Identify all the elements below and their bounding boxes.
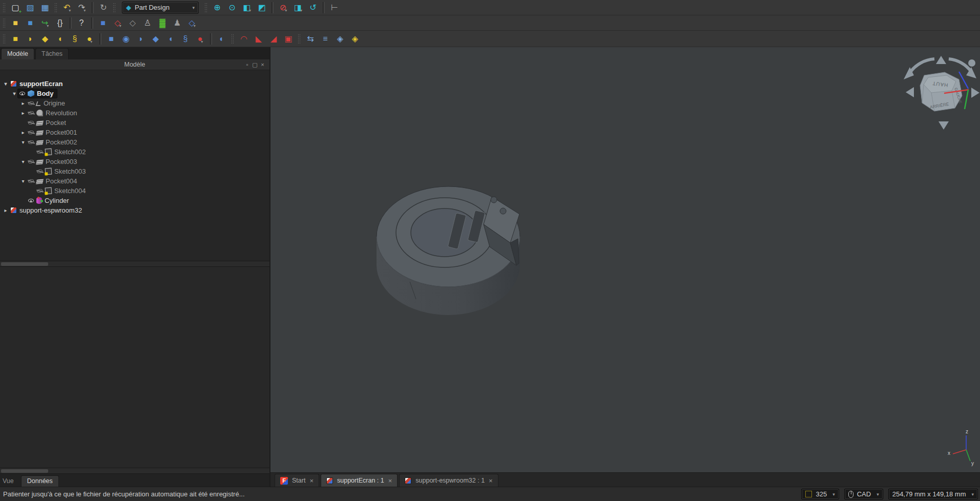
chevron-down-icon[interactable]: ▾ [249,8,251,14]
tree-expander-icon[interactable]: ▸ [19,100,27,106]
expression-icon[interactable]: {} [53,16,67,30]
toolbar-grip[interactable] [3,3,6,13]
sync-view-icon[interactable]: ◩ [255,1,268,14]
toolbar-grip[interactable] [3,34,6,44]
toolbar-grip[interactable] [54,3,58,13]
tree-item-Pocket002[interactable]: ▾Pocket002 [0,137,269,147]
tree-expander-icon[interactable]: ▾ [19,139,27,145]
appearance-icon[interactable]: ♙ [141,16,154,30]
chevron-down-icon[interactable]: ▾ [90,39,92,46]
fit-selection-icon[interactable]: ⊙ [225,1,239,14]
pad-icon[interactable]: ■ [9,32,22,46]
tree-expander-icon[interactable]: ▸ [19,130,27,135]
validate-sketch-icon[interactable]: ◇▾ [185,16,199,30]
mdi-tab-support-espwroom32-1[interactable]: support-espwroom32 : 1× [399,474,498,487]
subtractive-pipe-icon[interactable]: ◖ [164,32,177,46]
mirrored-icon[interactable]: ⇆ [304,32,317,46]
tree-item-Origine[interactable]: ▸Origine [0,98,269,108]
fit-all-icon[interactable]: ⊕ [211,1,224,14]
create-group-icon[interactable]: ■ [24,16,37,30]
revolution-icon[interactable]: ◗ [24,32,37,46]
whats-this-icon[interactable]: ? [75,16,88,30]
undo-icon[interactable]: ↶▾ [60,1,74,14]
tree-expander-icon[interactable]: ▾ [2,81,9,87]
3d-viewport[interactable]: HAUT ARRIÈRE GAUCHE z x y FStart×suppor [270,47,980,487]
refresh-icon[interactable]: ↻ [97,1,110,14]
tree-item-Body[interactable]: ▾Body [0,89,269,98]
model-supportEcran[interactable] [363,165,537,329]
tree-item-Sketch002[interactable]: Sketch002 [0,147,269,157]
workbench-selector[interactable]: ◆ Part Design ▾ [122,2,199,14]
hole-icon[interactable]: ◉ [119,32,133,46]
part-feature-icon[interactable]: ■ [96,16,110,30]
subtractive-helix-icon[interactable]: § [179,32,192,46]
panel-close-button[interactable]: × [259,61,266,68]
tab-t-ches[interactable]: Tâches [35,48,69,59]
tree-expander-icon[interactable]: ▸ [19,110,27,116]
measure-icon[interactable]: ⊢ [328,1,341,14]
open-document-icon[interactable]: ▨ [24,1,37,14]
tab-mod-le[interactable]: Modèle [1,48,34,59]
make-link-icon[interactable]: ↪▾ [38,16,52,30]
tree-expander-icon[interactable]: ▾ [19,178,27,184]
tree-item-counter[interactable]: 325 ▾ [801,489,839,499]
tree-expander-icon[interactable]: ▾ [11,91,18,96]
groove-icon[interactable]: ◗ [134,32,148,46]
navigation-style-selector[interactable]: CAD ▾ [844,489,883,499]
fillet-icon[interactable]: ◠ [237,32,251,46]
save-icon[interactable]: ▦ [38,1,52,14]
tree-item-Pocket003[interactable]: ▾Pocket003 [0,157,269,166]
chevron-down-icon[interactable]: ▾ [47,24,49,30]
chevron-down-icon[interactable]: ▾ [194,24,196,30]
tree-item-supportEcran[interactable]: ▾supportEcran [0,79,269,89]
chevron-down-icon[interactable]: ▾ [119,24,121,30]
linear-pattern-icon[interactable]: ≡ [319,32,332,46]
create-part-icon[interactable]: ■ [9,16,22,30]
chevron-down-icon[interactable]: ▾ [69,8,71,14]
tree-item-Pocket001[interactable]: ▸Pocket001 [0,128,269,137]
new-document-icon[interactable]: ▢+ [9,1,22,14]
tree-item-Revolution[interactable]: ▸Revolution [0,108,269,118]
chevron-down-icon[interactable]: ▾ [300,8,302,14]
tree-item-Pocket004[interactable]: ▾Pocket004 [0,176,269,186]
tree-expander-icon[interactable]: ▸ [2,207,9,213]
navigation-cube[interactable]: HAUT ARRIÈRE GAUCHE [891,49,980,136]
subtractive-primitive-icon[interactable]: ●▾ [194,32,207,46]
tree-item-Cylinder[interactable]: Cylinder [0,196,269,205]
chevron-down-icon[interactable]: ▾ [201,39,203,46]
close-icon[interactable]: × [309,477,314,485]
tree-item-Sketch003[interactable]: Sketch003 [0,166,269,176]
selection-view-icon[interactable]: ◨▾ [291,1,305,14]
mdi-tab-start[interactable]: FStart× [275,474,319,487]
property-horizontal-scrollbar[interactable] [0,468,269,474]
draft-icon[interactable]: ◢ [267,32,280,46]
map-sketch-icon[interactable]: ◇ [126,16,139,30]
draw-style-icon[interactable]: ⊘▾ [277,1,290,14]
close-icon[interactable]: × [489,477,493,485]
toolbar-grip[interactable] [231,34,235,44]
tree-item-support-espwroom32[interactable]: ▸support-espwroom32 [0,205,269,215]
tab-vue[interactable]: Vue [0,475,20,487]
tree-item-Sketch004[interactable]: Sketch004 [0,186,269,196]
axonometric-view-icon[interactable]: ◧▾ [240,1,254,14]
view-dimensions-selector[interactable]: 254,79 mm x 149,18 mm ▾ [888,489,978,499]
redo-icon[interactable]: ↷▾ [75,1,89,14]
tab-donn-es[interactable]: Données [21,475,59,487]
rotation-mode-icon[interactable]: ↺ [306,1,320,14]
additive-primitive-icon[interactable]: ●▾ [83,32,96,46]
create-sketch-icon[interactable]: ◇▾ [111,16,124,30]
toolbar-grip[interactable] [298,34,301,44]
tree-expander-icon[interactable]: ▾ [19,159,27,164]
additive-pipe-icon[interactable]: ◖ [53,32,67,46]
thickness-icon[interactable]: ▣ [282,32,295,46]
boolean-icon[interactable]: ◐ [215,32,228,46]
additive-helix-icon[interactable]: § [68,32,81,46]
panel-float-button[interactable]: ▢ [251,61,259,68]
set-colors-icon[interactable]: ▓ [156,16,169,30]
chamfer-icon[interactable]: ◣ [252,32,265,46]
chevron-down-icon[interactable]: ▾ [84,8,86,14]
toolbar-grip[interactable] [3,18,6,28]
subtractive-loft-icon[interactable]: ◆ [149,32,162,46]
tree-horizontal-scrollbar[interactable] [0,261,269,267]
tree-item-Pocket[interactable]: Pocket [0,118,269,128]
